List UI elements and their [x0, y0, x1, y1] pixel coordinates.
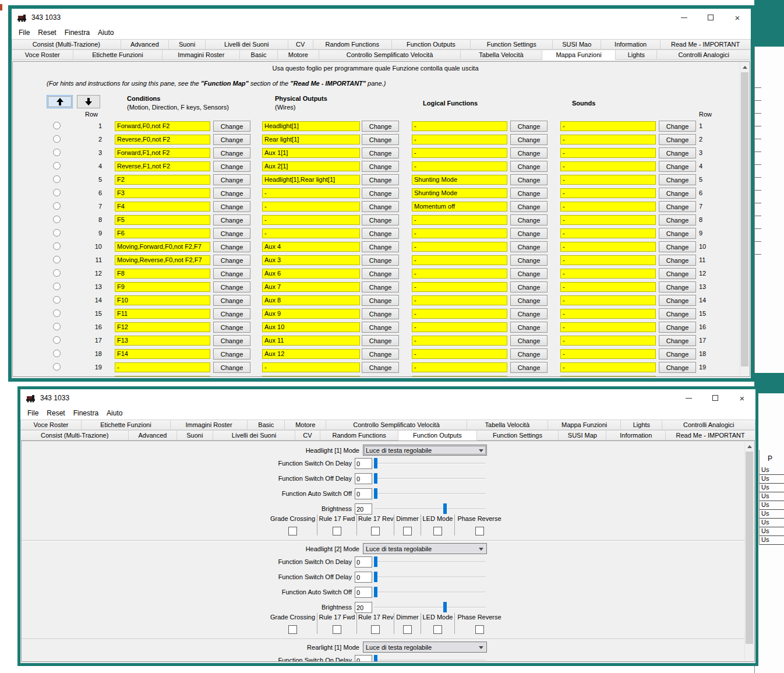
tab-cv[interactable]: CV	[288, 39, 313, 50]
menu-aiuto[interactable]: Aiuto	[94, 27, 118, 38]
tab-tabella-velocit[interactable]: Tabella Velocità	[467, 420, 548, 430]
tab-random-functions[interactable]: Random Functions	[313, 39, 392, 50]
tab-read-me-important[interactable]: Read Me - IMPORTANT	[666, 430, 755, 441]
tab-controllo-semplificato-velocit[interactable]: Controllo Semplificato Velocità	[326, 420, 467, 430]
row-select-radio[interactable]	[53, 122, 61, 129]
slider-thumb[interactable]	[443, 602, 447, 612]
field-input-brightness[interactable]	[355, 503, 372, 515]
field-input-function-switch-on-delay[interactable]	[355, 556, 372, 568]
tab-basic[interactable]: Basic	[248, 420, 285, 430]
titlebar[interactable]: 343 1033 ×	[12, 9, 751, 26]
titlebar[interactable]: 343 1033 ×	[20, 389, 755, 407]
change-sound-button[interactable]: Change	[659, 121, 696, 132]
change-logical-button[interactable]: Change	[510, 255, 548, 266]
maximize-button[interactable]	[697, 9, 724, 26]
change-output-button[interactable]: Change	[362, 362, 399, 373]
close-button[interactable]: ×	[729, 389, 755, 407]
slider-thumb[interactable]	[374, 458, 377, 468]
tab-suoni[interactable]: Suoni	[169, 39, 206, 50]
tab-etichette-funzioni[interactable]: Etichette Funzioni	[82, 420, 171, 430]
change-logical-button[interactable]: Change	[510, 188, 548, 199]
change-conditions-button[interactable]: Change	[213, 308, 250, 319]
row-select-radio[interactable]	[53, 216, 61, 223]
change-sound-button[interactable]: Change	[659, 362, 696, 373]
change-sound-button[interactable]: Change	[659, 281, 696, 293]
change-sound-button[interactable]: Change	[659, 255, 696, 266]
change-output-button[interactable]: Change	[362, 161, 399, 172]
change-logical-button[interactable]: Change	[510, 147, 548, 158]
change-logical-button[interactable]: Change	[510, 322, 548, 333]
change-logical-button[interactable]: Change	[510, 214, 548, 225]
change-output-button[interactable]: Change	[362, 268, 399, 279]
close-button[interactable]: ×	[724, 9, 751, 26]
change-sound-button[interactable]: Change	[659, 268, 696, 279]
tab-information[interactable]: Information	[601, 39, 661, 50]
change-conditions-button[interactable]: Change	[213, 147, 250, 158]
row-select-radio[interactable]	[53, 269, 61, 277]
tab-livelli-dei-suoni[interactable]: Livelli dei Suoni	[206, 39, 288, 50]
row-select-radio[interactable]	[53, 229, 61, 237]
tab-controlli-analogici[interactable]: Controlli Analogici	[657, 50, 751, 60]
slider-thumb[interactable]	[374, 587, 377, 597]
change-logical-button[interactable]: Change	[510, 295, 548, 306]
change-output-button[interactable]: Change	[362, 295, 399, 306]
tab-motore[interactable]: Motore	[285, 420, 326, 430]
change-conditions-button[interactable]: Change	[213, 335, 250, 346]
tab-cv[interactable]: CV	[295, 430, 320, 441]
move-row-up-button[interactable]	[47, 95, 73, 108]
change-logical-button[interactable]: Change	[510, 174, 548, 185]
change-conditions-button[interactable]: Change	[213, 134, 250, 145]
change-conditions-button[interactable]: Change	[213, 241, 250, 252]
checkbox-dimmer[interactable]	[403, 527, 412, 535]
checkbox-rule-17-rev[interactable]	[371, 527, 380, 535]
row-select-radio[interactable]	[53, 256, 61, 263]
change-logical-button[interactable]: Change	[510, 308, 548, 319]
change-logical-button[interactable]: Change	[510, 241, 548, 252]
tab-mappa-funzioni[interactable]: Mappa Funzioni	[542, 50, 616, 60]
menu-file[interactable]: File	[23, 407, 43, 419]
field-slider[interactable]	[374, 586, 486, 598]
menu-aiuto[interactable]: Aiuto	[103, 407, 126, 419]
tab-susi-mao[interactable]: SUSI Mao	[553, 39, 601, 50]
change-output-button[interactable]: Change	[362, 335, 399, 346]
tab-immagini-roster[interactable]: Immagini Roster	[163, 50, 240, 60]
change-logical-button[interactable]: Change	[510, 121, 548, 132]
checkbox-rule-17-fwd[interactable]	[333, 527, 341, 535]
change-output-button[interactable]: Change	[362, 348, 399, 360]
tab-controlli-analogici[interactable]: Controlli Analogici	[662, 420, 755, 430]
change-conditions-button[interactable]: Change	[213, 348, 250, 360]
tab-livelli-dei-suoni[interactable]: Livelli dei Suoni	[213, 430, 295, 441]
change-output-button[interactable]: Change	[362, 322, 399, 333]
change-logical-button[interactable]: Change	[510, 362, 548, 373]
field-slider[interactable]	[374, 488, 486, 499]
tab-function-outputs[interactable]: Function Outputs	[392, 39, 471, 50]
row-select-radio[interactable]	[53, 149, 61, 156]
tab-etichette-funzioni[interactable]: Etichette Funzioni	[73, 50, 163, 60]
field-slider[interactable]	[374, 654, 486, 662]
tab-basic[interactable]: Basic	[240, 50, 277, 60]
field-slider[interactable]	[374, 571, 486, 583]
field-input-function-switch-off-delay[interactable]	[355, 572, 372, 583]
tab-consist-multi-trazione[interactable]: Consist (Multi-Trazione)	[20, 430, 129, 441]
change-sound-button[interactable]: Change	[659, 161, 696, 172]
row-select-radio[interactable]	[53, 162, 61, 170]
change-logical-button[interactable]: Change	[510, 161, 548, 172]
change-output-button[interactable]: Change	[362, 255, 399, 266]
change-conditions-button[interactable]: Change	[213, 268, 250, 279]
change-output-button[interactable]: Change	[362, 228, 399, 239]
tab-advanced[interactable]: Advanced	[129, 430, 176, 441]
change-logical-button[interactable]: Change	[510, 134, 548, 145]
change-output-button[interactable]: Change	[362, 147, 399, 158]
row-select-radio[interactable]	[53, 175, 61, 183]
tab-lights[interactable]: Lights	[616, 50, 657, 60]
tab-suoni[interactable]: Suoni	[177, 430, 214, 441]
menu-reset[interactable]: Reset	[43, 407, 69, 419]
move-row-down-button[interactable]	[77, 95, 100, 108]
change-output-button[interactable]: Change	[362, 214, 399, 225]
change-sound-button[interactable]: Change	[659, 308, 696, 319]
tab-voce-roster[interactable]: Voce Roster	[12, 50, 73, 60]
change-sound-button[interactable]: Change	[659, 241, 696, 252]
tab-random-functions[interactable]: Random Functions	[320, 430, 398, 441]
change-conditions-button[interactable]: Change	[213, 322, 250, 333]
change-logical-button[interactable]: Change	[510, 281, 548, 293]
